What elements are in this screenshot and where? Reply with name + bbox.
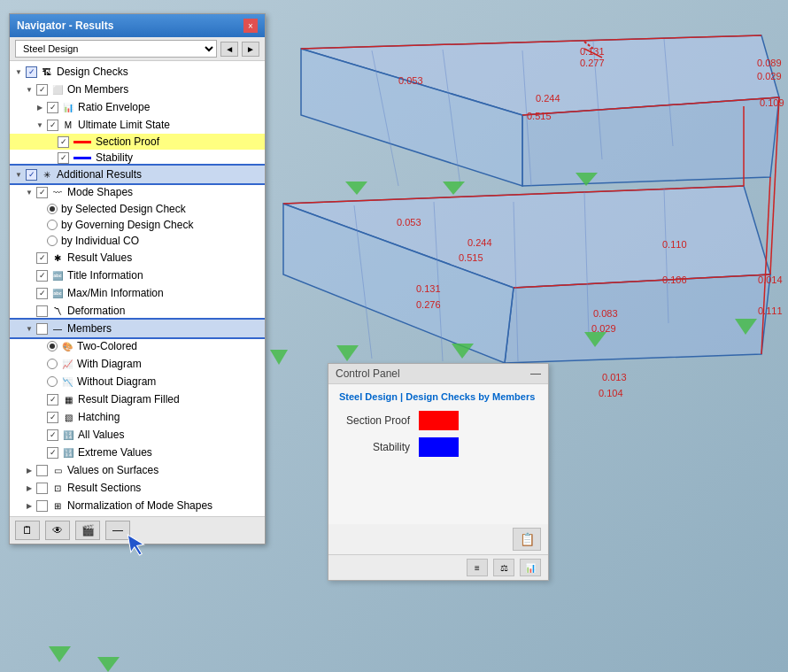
tree-item-result-diagram-filled[interactable]: ▦ Result Diagram Filled (10, 390, 265, 408)
tree-item-hatching[interactable]: ▧ Hatching (10, 408, 265, 426)
bottom-btn-2[interactable]: 👁 (45, 521, 70, 540)
expand-icon: ▼ (13, 169, 24, 180)
cp-subtitle-prefix: Steel Design | Design Checks (339, 391, 478, 402)
svg-line-11 (584, 42, 593, 49)
result-sections-label: Result Sections (67, 482, 141, 494)
tree-item-members[interactable]: ▼ — Members (10, 320, 265, 337)
checkbox-deformation[interactable] (36, 305, 48, 317)
spacer (35, 394, 45, 405)
tree-item-additional-results[interactable]: ▼ ✳ Additional Results (10, 166, 265, 183)
checkbox-additional-results[interactable] (26, 169, 37, 181)
radio-without-diagram[interactable] (47, 376, 58, 387)
checkbox-result-values[interactable] (36, 252, 48, 264)
cp-minimize[interactable]: — (530, 367, 541, 380)
tree-item-design-checks[interactable]: ▼ 🏗 Design Checks (10, 63, 265, 81)
section-proof-color (73, 141, 91, 143)
cp-chart-icon-button[interactable]: 📊 (520, 559, 541, 576)
svg-text:0.277: 0.277 (580, 58, 605, 68)
checkbox-title-info[interactable] (36, 270, 48, 282)
svg-line-22 (664, 189, 668, 323)
by-governing-label: by Governing Design Check (61, 219, 193, 231)
bottom-btn-3[interactable]: 🎬 (75, 521, 100, 540)
checkbox-hatching[interactable] (47, 412, 58, 423)
cp-list-icon-button[interactable]: ≡ (467, 559, 488, 576)
checkbox-normalization[interactable] (36, 500, 48, 512)
additional-icon: ✳ (40, 167, 54, 182)
radio-governing-design[interactable] (47, 220, 58, 230)
svg-text:0.244: 0.244 (467, 237, 492, 248)
radio-selected-design[interactable] (47, 204, 58, 214)
tree-item-extreme-values[interactable]: 🔢 Extreme Values (10, 444, 265, 461)
checkbox-all-values[interactable] (47, 429, 58, 441)
all-values-label: All Values (78, 429, 124, 441)
radio-individual-co[interactable] (47, 236, 58, 246)
design-checks-icon: 🏗 (40, 65, 54, 79)
tree-item-section-proof[interactable]: Section Proof (10, 134, 265, 150)
tree-item-with-diagram[interactable]: 📈 With Diagram (10, 355, 265, 373)
bottom-btn-1[interactable]: 🗒 (15, 521, 40, 540)
svg-marker-28 (584, 332, 606, 347)
tree-item-deformation[interactable]: 〽 Deformation (10, 302, 265, 320)
radio-with-diagram[interactable] (47, 359, 58, 369)
svg-line-34 (770, 97, 779, 274)
mode-icon: 〰 (50, 185, 65, 199)
checkbox-result-sections[interactable] (36, 483, 48, 494)
checkbox-ultimate[interactable] (47, 120, 58, 131)
result-sections-icon: ⊡ (50, 481, 65, 495)
checkbox-extreme-values[interactable] (47, 447, 58, 459)
tree-item-result-sections[interactable]: ▶ ⊡ Result Sections (10, 479, 265, 497)
close-button[interactable]: × (243, 19, 258, 33)
checkbox-mode-shapes[interactable] (36, 187, 48, 198)
radio-two-colored[interactable] (47, 341, 58, 351)
tree-item-mode-shapes[interactable]: ▼ 〰 Mode Shapes (10, 183, 265, 201)
cp-export-button[interactable]: 📋 (513, 528, 541, 551)
design-checks-label: Design Checks (57, 66, 128, 78)
tree-item-on-members[interactable]: ▼ ⬜ On Members (10, 81, 265, 98)
navigator-panel: Navigator - Results × Steel Design ◄ ► ▼… (9, 13, 266, 545)
svg-line-35 (761, 177, 770, 354)
svg-text:0.029: 0.029 (591, 323, 616, 334)
tree-item-without-diagram[interactable]: 📉 Without Diagram (10, 373, 265, 390)
svg-line-12 (584, 49, 602, 58)
svg-marker-14 (505, 274, 770, 363)
tree-item-two-colored[interactable]: 🎨 Two-Colored (10, 337, 265, 355)
checkbox-stability[interactable] (58, 152, 69, 164)
design-dropdown[interactable]: Steel Design (15, 40, 217, 58)
spacer (35, 429, 45, 440)
checkbox-members[interactable] (36, 323, 48, 335)
tree-item-ultimate[interactable]: ▼ M Ultimate Limit State (10, 116, 265, 134)
cp-scale-icon-button[interactable]: ⚖ (493, 559, 514, 576)
checkbox-section-proof[interactable] (58, 136, 69, 148)
tree-item-normalization[interactable]: ▶ ⊞ Normalization of Mode Shapes (10, 497, 265, 514)
svg-line-5 (443, 50, 460, 186)
tree-item-by-individual[interactable]: by Individual CO (10, 233, 265, 249)
expand-icon: ▶ (35, 102, 45, 112)
with-diagram-icon: 📈 (60, 357, 74, 371)
by-individual-label: by Individual CO (61, 235, 139, 247)
cp-subtitle: Steel Design | Design Checks by Members (339, 391, 537, 402)
checkbox-result-diagram[interactable] (47, 394, 58, 406)
checkbox-design-checks[interactable] (26, 66, 37, 78)
nav-next-button[interactable]: ► (242, 42, 259, 57)
members-icon: ⬜ (50, 82, 65, 97)
legend-label-section-proof: Section Proof (339, 414, 410, 427)
tree-item-by-governing[interactable]: by Governing Design Check (10, 217, 265, 233)
tree-item-by-selected[interactable]: by Selected Design Check (10, 201, 265, 217)
tree-item-ratio-envelope[interactable]: ▶ 📊 Ratio Envelope (10, 98, 265, 116)
tree-item-values-on-surfaces[interactable]: ▶ ▭ Values on Surfaces (10, 461, 265, 479)
checkbox-values-surfaces[interactable] (36, 465, 48, 476)
deformation-label: Deformation (67, 305, 125, 317)
tree-item-stability[interactable]: Stability (10, 150, 265, 166)
checkbox-on-members[interactable] (36, 84, 48, 96)
tree-item-title-info[interactable]: 🔤 Title Information (10, 266, 265, 284)
tree-item-maxmin[interactable]: 🔤 Max/Min Information (10, 284, 265, 302)
result-diagram-label: Result Diagram Filled (78, 393, 180, 406)
spacer (35, 220, 45, 230)
ultimate-label: Ultimate Limit State (78, 119, 170, 131)
navigator-toolbar: Steel Design ◄ ► (10, 37, 265, 61)
nav-prev-button[interactable]: ◄ (220, 42, 238, 57)
tree-item-result-values[interactable]: ✱ Result Values (10, 249, 265, 266)
checkbox-maxmin[interactable] (36, 288, 48, 299)
tree-item-all-values[interactable]: 🔢 All Values (10, 426, 265, 444)
checkbox-ratio-envelope[interactable] (47, 102, 58, 113)
